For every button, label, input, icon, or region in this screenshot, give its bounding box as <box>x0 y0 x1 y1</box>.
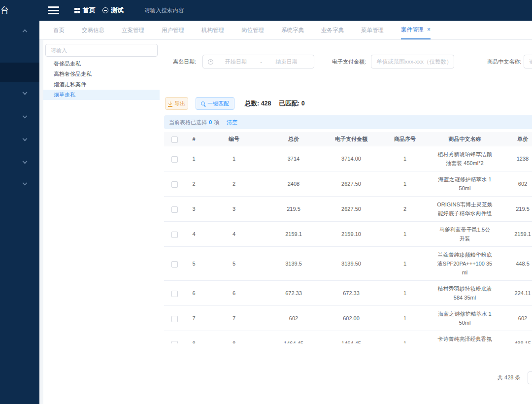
row-checkbox[interactable] <box>171 156 178 163</box>
row-checkbox[interactable] <box>171 316 178 322</box>
chevron-down-icon <box>23 181 28 186</box>
row-checkbox[interactable] <box>171 261 178 268</box>
sidebar-menu-item[interactable] <box>0 173 39 194</box>
cell-name: 海蓝之谜修护精萃水 150ml <box>429 171 500 197</box>
export-button[interactable]: 导出 <box>165 97 188 110</box>
table-row: 1137143714.001植村秀新琥珀蜂草洁颜油套装 450ml*21238 <box>164 146 532 171</box>
nav-item-home[interactable]: 首页 <box>74 6 96 15</box>
cell-seq: 1 <box>381 306 429 331</box>
tab-6[interactable]: 系统字典 <box>281 21 304 39</box>
clear-selection-link[interactable]: 清空 <box>227 119 237 126</box>
tab-label: 首页 <box>53 27 65 34</box>
tab-label: 菜单管理 <box>361 27 384 34</box>
cell-code: 5 <box>202 247 266 281</box>
col-total: 总价 <box>266 132 322 146</box>
row-checkbox[interactable] <box>171 206 178 213</box>
cell-seq: 1 <box>381 171 429 197</box>
cell-total: 2159.1 <box>266 222 322 247</box>
col-payment: 电子支付金额 <box>322 132 381 146</box>
total-value: 428 <box>261 100 271 107</box>
cell-code: 6 <box>202 281 266 306</box>
category-search-input[interactable] <box>45 44 158 57</box>
table-row: 553139.53139.501兰蔻菁纯臻颜精华粉底液SPF20PA+++100… <box>164 247 532 281</box>
sidebar-menu-item[interactable] <box>0 152 39 172</box>
tab-1[interactable]: 交易信息 <box>82 21 104 39</box>
cell-seq: 1 <box>381 331 429 344</box>
row-checkbox[interactable] <box>171 341 178 343</box>
date-start-placeholder: 开始日期 <box>213 58 258 66</box>
tab-4[interactable]: 机构管理 <box>201 21 224 39</box>
tab-3[interactable]: 用户管理 <box>162 21 184 39</box>
tab-close-icon[interactable]: × <box>427 26 431 33</box>
category-item[interactable]: 烟酒走私案件 <box>43 79 160 90</box>
cell-name: 马爹利蓝带干邑1.5公升装 <box>429 222 500 247</box>
tab-label: 系统字典 <box>281 27 304 34</box>
date-end-placeholder: 结束日期 <box>264 58 309 66</box>
total-label: 总数: <box>245 100 259 107</box>
cell-total: 1464.45 <box>266 331 322 344</box>
amount-filter-label: 电子支付金额: <box>332 58 366 66</box>
download-icon <box>168 101 172 106</box>
cell-seq: 1 <box>381 222 429 247</box>
cell-unit: 602 <box>500 171 532 197</box>
row-checkbox[interactable] <box>171 291 178 297</box>
page-size-select[interactable] <box>528 371 532 384</box>
sidebar-menu-item[interactable] <box>0 129 39 150</box>
cell-idx: 6 <box>185 281 202 306</box>
date-range-separator: - <box>258 59 264 65</box>
cell-seq: 1 <box>381 281 429 306</box>
sidebar-menu-item[interactable] <box>0 21 39 41</box>
top-navbar: 台 首页 测试 <box>0 0 532 21</box>
cell-total: 3714 <box>266 146 322 171</box>
cell-unit: 488.15 <box>500 331 532 344</box>
cell-name: ORIGINS韦博士灵芝焕能好底子精华水两件组 <box>429 197 500 222</box>
cell-seq: 1 <box>381 247 429 281</box>
select-all-checkbox[interactable] <box>171 136 178 143</box>
selection-alert-text: 当前表格已选择 <box>169 119 207 126</box>
tab-2[interactable]: 立案管理 <box>122 21 144 39</box>
tab-8[interactable]: 菜单管理 <box>361 21 384 39</box>
cell-code: 3 <box>202 197 266 222</box>
row-checkbox[interactable] <box>171 232 178 238</box>
cell-code: 8 <box>202 331 266 344</box>
sidebar-active-item[interactable] <box>0 63 39 82</box>
tab-5[interactable]: 岗位管理 <box>241 21 264 39</box>
cell-idx: 1 <box>185 146 202 171</box>
amount-filter-input[interactable] <box>371 55 454 68</box>
table-row: 77602602.001海蓝之谜修护精萃水 150ml602 <box>164 306 532 331</box>
filter-row: 离岛日期: 开始日期 - 结束日期 电子支付金额: 商品中文名称: <box>164 55 532 68</box>
date-range-picker[interactable]: 开始日期 - 结束日期 <box>202 55 314 68</box>
cell-total: 602 <box>266 306 322 331</box>
matched-value: 0 <box>301 100 305 107</box>
global-search-input[interactable] <box>144 4 233 17</box>
cell-unit: 602 <box>500 306 532 331</box>
one-click-match-button[interactable]: 一键匹配 <box>196 97 234 110</box>
tab-label: 案件管理 <box>401 26 424 34</box>
cell-total: 2408 <box>266 171 322 197</box>
sidebar-menu-item[interactable] <box>0 106 39 127</box>
hamburger-menu-icon[interactable] <box>48 6 59 14</box>
chevron-down-icon <box>23 136 28 141</box>
row-checkbox[interactable] <box>171 181 178 188</box>
col-unit-price: 单价 <box>500 132 532 146</box>
data-table: # 编号 总价 电子支付金额 商品序号 商品中文名称 单价 1137143714… <box>164 132 532 343</box>
cell-name: 兰蔻菁纯臻颜精华粉底液SPF20PA+++100 35 ml <box>429 247 500 281</box>
cell-pay: 672.33 <box>322 281 381 306</box>
tab-label: 机构管理 <box>201 27 224 34</box>
tab-bar: 首页交易信息立案管理用户管理机构管理岗位管理系统字典业务字典菜单管理案件管理× <box>39 21 532 40</box>
tab-7[interactable]: 业务字典 <box>321 21 344 39</box>
table-header-row: # 编号 总价 电子支付金额 商品序号 商品中文名称 单价 <box>164 132 532 146</box>
category-item[interactable]: 高档奢侈品走私 <box>43 69 160 79</box>
nav-item-test[interactable]: 测试 <box>102 6 124 15</box>
sidebar-menu-item[interactable] <box>0 83 39 103</box>
chevron-down-icon <box>23 90 28 95</box>
tab-label: 岗位管理 <box>241 27 264 34</box>
cell-pay: 602.00 <box>322 306 381 331</box>
col-seq: 商品序号 <box>381 132 429 146</box>
category-item[interactable]: 烟草走私 <box>43 90 160 100</box>
cell-code: 7 <box>202 306 266 331</box>
tab-0[interactable]: 首页 <box>53 21 65 39</box>
tab-active[interactable]: 案件管理× <box>401 21 431 39</box>
category-item[interactable]: 奢侈品走私 <box>43 59 160 69</box>
name-filter-input[interactable] <box>524 55 532 68</box>
